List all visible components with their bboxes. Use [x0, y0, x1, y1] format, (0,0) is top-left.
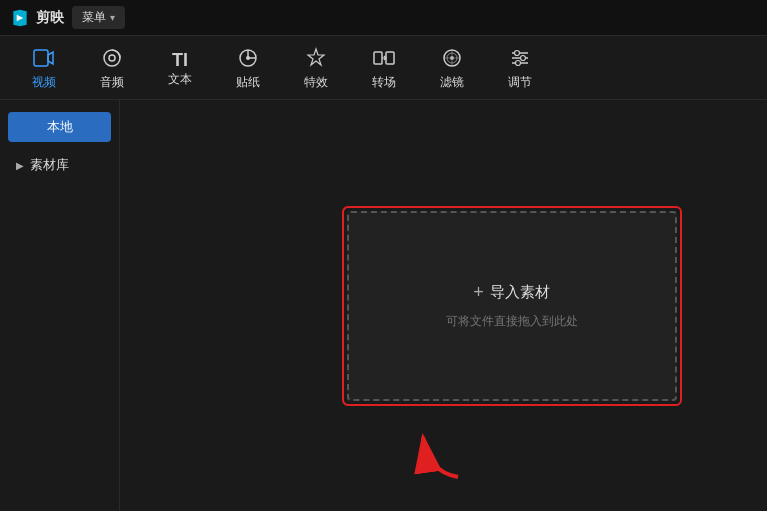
tab-sticker-label: 贴纸 [236, 76, 260, 88]
svg-rect-0 [34, 50, 48, 66]
content-area: + 导入素材 可将文件直接拖入到此处 [120, 100, 767, 511]
import-hint: 可将文件直接拖入到此处 [446, 313, 578, 330]
tab-bar: 视频 音频 TI 文本 贴纸 特效 [0, 36, 767, 100]
import-text-row: + 导入素材 [473, 282, 550, 303]
tab-text[interactable]: TI 文本 [146, 38, 214, 98]
menu-arrow-icon: ▾ [110, 12, 115, 23]
svg-point-16 [521, 56, 526, 61]
logo-icon [10, 8, 30, 28]
svg-point-2 [109, 55, 115, 61]
adjust-icon [509, 47, 531, 72]
tab-filter-label: 滤镜 [440, 76, 464, 88]
tab-effects[interactable]: 特效 [282, 38, 350, 98]
audio-icon [101, 47, 123, 72]
filter-icon [441, 47, 463, 72]
main-layout: 本地 ▶ 素材库 + 导入素材 可将文件直接拖入到此处 [0, 100, 767, 511]
tab-adjust[interactable]: 调节 [486, 38, 554, 98]
tab-text-label: 文本 [168, 73, 192, 85]
top-bar: 剪映 菜单 ▾ [0, 0, 767, 36]
svg-rect-5 [374, 52, 382, 64]
tab-audio[interactable]: 音频 [78, 38, 146, 98]
import-zone[interactable]: + 导入素材 可将文件直接拖入到此处 [347, 211, 677, 401]
effects-icon [305, 47, 327, 72]
import-zone-wrapper: + 导入素材 可将文件直接拖入到此处 [342, 206, 682, 406]
arrow-annotation [408, 417, 468, 491]
tab-effects-label: 特效 [304, 76, 328, 88]
local-button[interactable]: 本地 [8, 112, 111, 142]
expand-arrow-icon: ▶ [16, 160, 24, 171]
import-plus-icon: + [473, 282, 484, 303]
sticker-icon [237, 47, 259, 72]
video-icon [33, 47, 55, 72]
text-icon: TI [172, 51, 188, 69]
tab-filter[interactable]: 滤镜 [418, 38, 486, 98]
materials-label: 素材库 [30, 156, 69, 174]
svg-point-4 [246, 56, 250, 60]
import-zone-border: + 导入素材 可将文件直接拖入到此处 [342, 206, 682, 406]
materials-button[interactable]: ▶ 素材库 [8, 150, 111, 180]
sidebar: 本地 ▶ 素材库 [0, 100, 120, 511]
logo: 剪映 [10, 8, 64, 28]
tab-video[interactable]: 视频 [10, 38, 78, 98]
tab-transition[interactable]: 转场 [350, 38, 418, 98]
tab-sticker[interactable]: 贴纸 [214, 38, 282, 98]
menu-button[interactable]: 菜单 ▾ [72, 6, 125, 29]
menu-label: 菜单 [82, 9, 106, 26]
svg-point-15 [515, 51, 520, 56]
app-name: 剪映 [36, 9, 64, 27]
tab-audio-label: 音频 [100, 76, 124, 88]
arrow-icon [408, 417, 468, 487]
tab-video-label: 视频 [32, 76, 56, 88]
tab-transition-label: 转场 [372, 76, 396, 88]
tab-adjust-label: 调节 [508, 76, 532, 88]
import-main-text: 导入素材 [490, 283, 550, 302]
transition-icon [373, 47, 395, 72]
svg-point-17 [516, 61, 521, 66]
svg-rect-6 [386, 52, 394, 64]
